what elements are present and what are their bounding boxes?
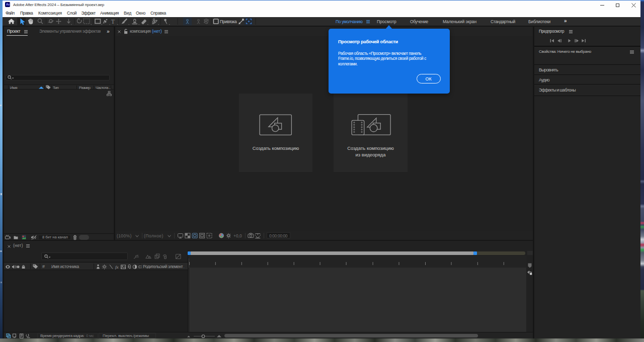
svg-text:T: T [111, 18, 115, 25]
svg-text:fx: fx [115, 265, 119, 270]
svg-text:+0,0: +0,0 [233, 233, 242, 238]
